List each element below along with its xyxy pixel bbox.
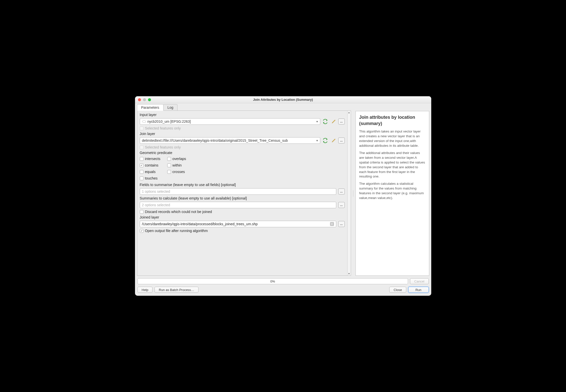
joined-layer-value: /Users/darebrawley/qgis-intro/data/proce… — [142, 222, 258, 226]
joined-layer-label: Joined layer — [140, 215, 345, 219]
join-layer-label: Join layer — [140, 132, 345, 136]
discard-row[interactable]: Discard records which could not be joine… — [140, 210, 345, 214]
joined-layer-more-button[interactable]: ... — [338, 221, 345, 227]
discard-label: Discard records which could not be joine… — [145, 210, 212, 214]
clear-icon[interactable]: ✕ — [330, 222, 334, 226]
input-selected-only-label: Selected features only — [145, 126, 181, 130]
geometric-predicate-label: Geometric predicate — [140, 151, 345, 155]
scroll-down-icon[interactable]: ▼ — [348, 272, 351, 275]
tab-log[interactable]: Log — [163, 104, 178, 110]
touches-checkbox[interactable] — [140, 176, 144, 180]
settings-wrench-icon[interactable] — [330, 138, 336, 144]
cancel-button: Cancel — [410, 278, 428, 284]
joined-layer-input[interactable]: /Users/darebrawley/qgis-intro/data/proce… — [140, 221, 336, 227]
scrollbar[interactable]: ▲ ▼ — [347, 111, 351, 276]
fields-to-summarise-label: Fields to summarise (leave empty to use … — [140, 183, 345, 187]
predicate-equals[interactable]: equals — [140, 170, 167, 174]
join-selected-only-label: Selected features only — [145, 145, 181, 149]
intersects-checkbox[interactable] — [140, 157, 144, 161]
fields-placeholder: 1 options selected — [142, 190, 170, 194]
iterate-icon[interactable] — [322, 118, 328, 124]
join-selected-only-checkbox — [140, 146, 144, 149]
fields-row: 1 options selected ... — [140, 188, 345, 195]
fields-more-button[interactable]: ... — [338, 188, 345, 194]
progress-text: 0% — [270, 280, 275, 283]
open-after-checkbox[interactable]: ✓ — [140, 229, 144, 233]
splitter-handle[interactable] — [352, 111, 354, 276]
predicate-touches[interactable]: touches — [140, 176, 167, 180]
joined-layer-row: /Users/darebrawley/qgis-intro/data/proce… — [140, 221, 345, 227]
minimize-window-button[interactable] — [143, 98, 146, 101]
main-row: Parameters Log ▸ Input layer nycb2010_um — [135, 103, 431, 276]
help-title: Join attributes by location (summary) — [359, 114, 426, 127]
parameters-scroll[interactable]: Input layer nycb2010_um [EPSG:2263] ▼ — [137, 111, 347, 276]
bottom-area: 0% Cancel Help Run as Batch Process… Clo… — [135, 276, 431, 296]
touches-label: touches — [145, 176, 158, 180]
join-layer-dropdown[interactable]: delimitedtext://file:///Users/darebrawle… — [140, 137, 320, 144]
dialog-window: Join Attributes by Location (Summary) Pa… — [135, 96, 431, 296]
crosses-checkbox[interactable] — [167, 170, 171, 174]
join-layer-value: delimitedtext://file:///Users/darebrawle… — [142, 138, 288, 142]
equals-label: equals — [145, 170, 156, 174]
titlebar: Join Attributes by Location (Summary) — [135, 96, 431, 103]
progress-row: 0% Cancel — [138, 278, 429, 284]
chevron-down-icon: ▼ — [316, 120, 318, 123]
predicate-intersects[interactable]: intersects — [140, 157, 167, 161]
overlaps-label: overlaps — [172, 157, 186, 161]
summaries-to-calc-label: Summaries to calculate (leave empty to u… — [140, 196, 345, 200]
predicate-overlaps[interactable]: overlaps — [167, 157, 195, 161]
within-label: within — [172, 163, 182, 167]
close-window-button[interactable] — [138, 98, 141, 101]
button-row: Help Run as Batch Process… Close Run — [138, 287, 429, 293]
chevron-down-icon: ▼ — [316, 139, 318, 142]
scroll-up-icon[interactable]: ▲ — [348, 111, 351, 114]
input-layer-more-button[interactable]: ... — [338, 118, 345, 124]
fields-input[interactable]: 1 options selected — [140, 188, 336, 195]
help-panel: Join attributes by location (summary) Th… — [356, 111, 429, 206]
open-after-label: Open output file after running algorithm — [145, 229, 208, 233]
parameters-panel: ▸ Input layer nycb2010_um [EPSG:2263] ▼ — [137, 110, 351, 276]
progress-bar: 0% — [138, 278, 408, 284]
close-button[interactable]: Close — [389, 287, 406, 293]
polygon-layer-icon — [142, 120, 146, 123]
predicate-within[interactable]: within — [167, 163, 195, 167]
equals-checkbox[interactable] — [140, 170, 144, 174]
join-selected-only-row: Selected features only — [140, 145, 345, 149]
help-column: Join attributes by location (summary) Th… — [356, 111, 429, 276]
input-selected-only-row: Selected features only — [140, 126, 345, 130]
contains-checkbox[interactable]: ✓ — [140, 164, 144, 167]
input-selected-only-checkbox — [140, 126, 144, 130]
join-layer-row: delimitedtext://file:///Users/darebrawle… — [140, 137, 345, 144]
run-batch-button[interactable]: Run as Batch Process… — [154, 287, 198, 293]
contains-label: contains — [145, 163, 158, 167]
summaries-row: 2 options selected ... — [140, 202, 345, 208]
input-layer-label: Input layer — [140, 113, 345, 117]
help-paragraph-2: The additional attributes and their valu… — [359, 151, 426, 179]
maximize-window-button[interactable] — [148, 98, 151, 101]
discard-checkbox[interactable] — [140, 210, 144, 214]
iterate-icon[interactable] — [322, 138, 328, 144]
help-button[interactable]: Help — [138, 287, 153, 293]
tab-parameters[interactable]: Parameters — [137, 104, 164, 111]
crosses-label: crosses — [172, 170, 185, 174]
predicate-contains[interactable]: ✓ contains — [140, 163, 167, 167]
left-column: Parameters Log ▸ Input layer nycb2010_um — [137, 104, 351, 276]
input-layer-value: nycb2010_um [EPSG:2263] — [148, 120, 191, 124]
within-checkbox[interactable] — [167, 164, 171, 167]
dialog-body: Parameters Log ▸ Input layer nycb2010_um — [135, 103, 431, 296]
help-paragraph-1: This algorithm takes an input vector lay… — [359, 129, 426, 148]
input-layer-row: nycb2010_um [EPSG:2263] ▼ ... — [140, 118, 345, 125]
settings-wrench-icon[interactable] — [330, 118, 336, 124]
summaries-placeholder: 2 options selected — [142, 203, 170, 207]
predicate-crosses[interactable]: crosses — [167, 170, 195, 174]
summaries-input[interactable]: 2 options selected — [140, 202, 336, 208]
window-title: Join Attributes by Location (Summary) — [135, 98, 431, 102]
join-layer-more-button[interactable]: ... — [338, 138, 345, 144]
input-layer-dropdown[interactable]: nycb2010_um [EPSG:2263] ▼ — [140, 118, 320, 125]
summaries-more-button[interactable]: ... — [338, 202, 345, 208]
overlaps-checkbox[interactable] — [167, 157, 171, 161]
open-after-row[interactable]: ✓ Open output file after running algorit… — [140, 229, 345, 233]
help-paragraph-3: The algorithm calculates a statistical s… — [359, 182, 426, 200]
run-button[interactable]: Run — [408, 287, 429, 293]
predicate-grid: intersects overlaps ✓ contains — [140, 157, 345, 180]
